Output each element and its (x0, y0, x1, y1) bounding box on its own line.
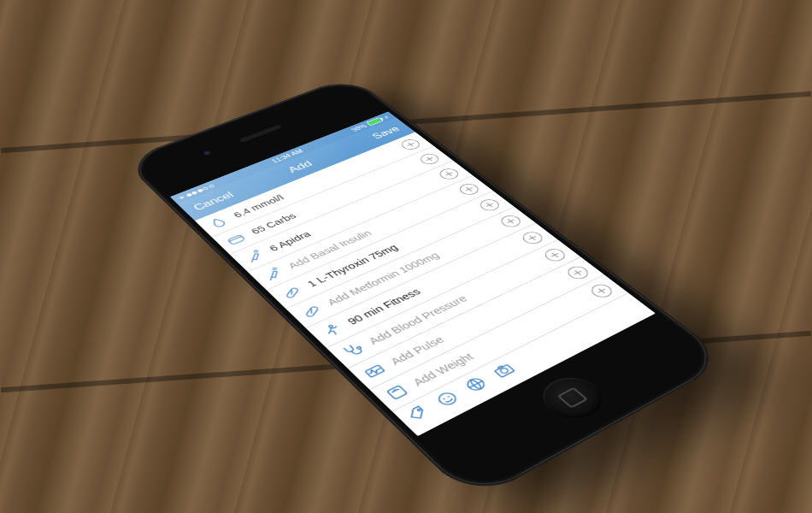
add-button[interactable] (417, 152, 443, 167)
add-button[interactable] (456, 182, 483, 198)
add-button[interactable] (476, 198, 503, 213)
camera-icon[interactable] (489, 360, 520, 380)
add-button[interactable] (541, 246, 569, 263)
runner-icon (316, 321, 348, 341)
svg-point-10 (447, 396, 450, 398)
add-button[interactable] (436, 167, 462, 181)
pill-icon (296, 301, 327, 321)
pill-icon (277, 283, 308, 303)
stethoscope-icon (337, 339, 369, 361)
wood-background: ✈︎ 11:34 AM 98% ⚡︎ Cancel Add (0, 0, 812, 513)
svg-rect-6 (387, 386, 408, 399)
add-button[interactable] (564, 264, 592, 281)
svg-rect-0 (227, 235, 245, 245)
svg-point-9 (443, 398, 445, 400)
face-icon[interactable] (432, 388, 462, 410)
bread-icon (221, 230, 250, 248)
svg-point-4 (356, 346, 362, 350)
device-scene: ✈︎ 11:34 AM 98% ⚡︎ Cancel Add (122, 76, 730, 503)
earpiece-speaker (238, 123, 283, 143)
scale-icon (380, 381, 414, 404)
iphone-body: ✈︎ 11:34 AM 98% ⚡︎ Cancel Add (122, 76, 730, 503)
drop-icon (204, 214, 233, 231)
svg-point-7 (417, 409, 421, 411)
airplane-icon: ✈︎ (176, 194, 186, 201)
svg-point-3 (328, 325, 333, 328)
tag-icon[interactable] (403, 403, 434, 424)
syringe-icon (257, 265, 287, 284)
add-button[interactable] (398, 138, 423, 151)
globe-icon[interactable] (461, 374, 491, 394)
add-button[interactable] (587, 282, 616, 300)
svg-point-8 (436, 391, 459, 407)
syringe-icon (239, 247, 269, 266)
svg-rect-5 (365, 365, 385, 377)
add-button[interactable] (497, 213, 525, 229)
home-button[interactable] (532, 370, 614, 426)
front-camera (203, 150, 214, 156)
add-button[interactable] (519, 230, 546, 246)
pulse-icon (358, 360, 391, 382)
svg-rect-12 (495, 364, 515, 377)
